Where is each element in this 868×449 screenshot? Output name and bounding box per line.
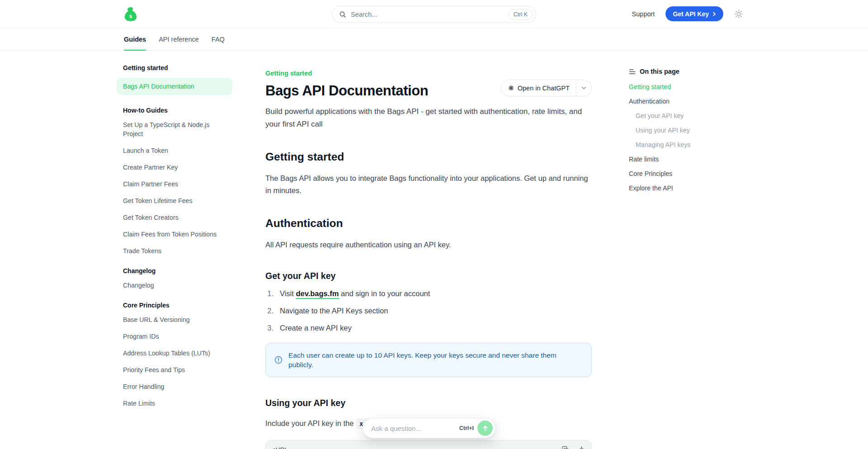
page-eyebrow: Getting started — [265, 69, 592, 78]
toc-item-managing-api-keys[interactable]: Managing API keys — [636, 140, 724, 149]
toc-item-core-principles[interactable]: Core Principles — [629, 169, 724, 178]
list-item: 1. Visit dev.bags.fm and sign in to your… — [265, 288, 592, 298]
chatgpt-dropdown-toggle[interactable] — [576, 80, 591, 96]
getting-started-paragraph: The Bags API allows you to integrate Bag… — [265, 172, 592, 197]
primary-tabbar: Guides API reference FAQ — [0, 28, 868, 51]
list-item: 3. Create a new API key — [265, 323, 592, 333]
heading-authentication: Authentication — [265, 217, 592, 230]
search-shortcut-badge: Ctrl K — [508, 9, 533, 20]
tab-guides[interactable]: Guides — [124, 28, 146, 50]
sidebar-item-rate-limits[interactable]: Rate Limits — [117, 399, 232, 408]
search-bar[interactable]: Ctrl K — [332, 6, 536, 23]
ask-send-button[interactable] — [477, 421, 493, 436]
code-block-header: cURL — [266, 440, 591, 449]
page-subtitle: Build powerful applications with the Bag… — [265, 105, 592, 130]
sidebar-item-get-token-lifetime-fees[interactable]: Get Token Lifetime Fees — [117, 196, 232, 205]
info-callout: Each user can create up to 10 API keys. … — [265, 343, 592, 377]
list-item: 2. Navigate to the API Keys section — [265, 306, 592, 316]
sidebar-item-launch-a-token[interactable]: Launch a Token — [117, 146, 232, 155]
sidebar-item-claim-fees-from-token-positions[interactable]: Claim Fees from Token Positions — [117, 230, 232, 239]
svg-text:s: s — [129, 13, 132, 19]
toc-title: On this page — [640, 68, 679, 75]
search-input[interactable] — [351, 11, 504, 18]
sidebar-section-title: How-to Guides — [123, 107, 226, 114]
sidebar-item-get-token-creators[interactable]: Get Token Creators — [117, 213, 232, 222]
on-this-page-panel: On this page Getting started Authenticat… — [629, 51, 724, 198]
sidebar-section-title: Core Principles — [123, 302, 226, 309]
heading-getting-started: Getting started — [265, 150, 592, 163]
api-key-steps-list: 1. Visit dev.bags.fm and sign in to your… — [265, 288, 592, 333]
sidebar-item-trade-tokens[interactable]: Trade Tokens — [117, 246, 232, 255]
sidebar-section-title: Getting started — [123, 64, 226, 71]
toc-item-get-your-api-key[interactable]: Get your API key — [636, 111, 724, 120]
support-link[interactable]: Support — [632, 10, 655, 18]
tab-faq[interactable]: FAQ — [212, 28, 225, 50]
authentication-paragraph: All API requests require authentication … — [265, 239, 592, 251]
arrow-up-icon — [482, 425, 489, 432]
tab-api-reference[interactable]: API reference — [159, 28, 199, 50]
ask-shortcut-badge: Ctrl+I — [459, 425, 474, 431]
theme-toggle-sun-icon[interactable] — [734, 9, 743, 19]
copy-icon[interactable] — [561, 446, 569, 449]
sidebar-item-base-url-versioning[interactable]: Base URL & Versioning — [117, 315, 232, 324]
heading-get-your-api-key: Get your API key — [265, 271, 592, 281]
code-language-label: cURL — [273, 446, 288, 449]
sidebar-item-bags-api-documentation[interactable]: Bags API Documentation — [117, 78, 232, 95]
code-block: cURL — [265, 440, 592, 449]
sidebar-item-create-partner-key[interactable]: Create Partner Key — [117, 163, 232, 172]
toc-item-authentication[interactable]: Authentication — [629, 97, 724, 106]
chevron-down-icon — [581, 86, 586, 90]
heading-using-your-api-key: Using your API key — [265, 398, 592, 408]
sidebar-item-address-lookup-tables[interactable]: Address Lookup Tables (LUTs) — [117, 349, 232, 358]
ask-question-bar[interactable]: Ctrl+I — [363, 418, 495, 438]
sidebar-section-title: Changelog — [123, 267, 226, 274]
toc-item-explore-the-api[interactable]: Explore the API — [629, 184, 724, 193]
sidebar-item-changelog[interactable]: Changelog — [117, 281, 232, 290]
toc-item-rate-limits[interactable]: Rate limits — [629, 155, 724, 164]
get-api-key-button[interactable]: Get API Key — [665, 6, 723, 21]
sidebar-item-priority-fees-and-tips[interactable]: Priority Fees and Tips — [117, 365, 232, 374]
sparkle-icon[interactable] — [577, 446, 585, 449]
sidebar-item-claim-partner-fees[interactable]: Claim Partner Fees — [117, 180, 232, 189]
dev-bags-fm-link[interactable]: dev.bags.fm — [296, 289, 339, 299]
sidebar-item-setup-typescript[interactable]: Set Up a TypeScript & Node.js Project — [117, 120, 232, 138]
sidebar-item-program-ids[interactable]: Program IDs — [117, 332, 232, 341]
toc-item-using-your-api-key[interactable]: Using your API key — [636, 126, 724, 135]
main-content: Getting started Bags API Documentation ❋… — [265, 51, 592, 449]
openai-logo-icon: ❋ — [508, 85, 514, 91]
search-icon — [339, 11, 346, 18]
ask-question-input[interactable] — [371, 425, 456, 432]
bags-logo-icon[interactable]: s — [124, 6, 138, 22]
open-in-chatgpt-button[interactable]: ❋ Open in ChatGPT — [501, 80, 592, 96]
top-header: s Ctrl K Support Get API Key — [0, 0, 868, 28]
toc-list-icon — [629, 69, 636, 75]
callout-text: Each user can create up to 10 API keys. … — [288, 350, 583, 369]
chevron-right-icon — [712, 12, 716, 16]
toc-item-getting-started[interactable]: Getting started — [629, 82, 724, 91]
left-sidebar: Getting started Bags API Documentation H… — [117, 51, 232, 420]
sidebar-item-error-handling[interactable]: Error Handling — [117, 382, 232, 391]
info-icon — [274, 356, 283, 364]
